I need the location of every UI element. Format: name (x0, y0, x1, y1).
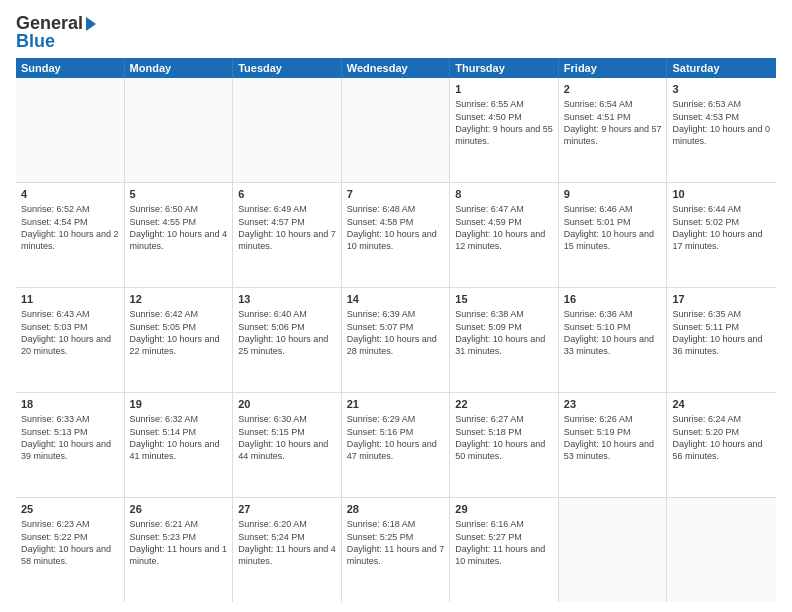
day-info: Daylight: 9 hours and 57 minutes. (564, 123, 662, 147)
day-number: 10 (672, 187, 771, 202)
day-info: Sunset: 5:06 PM (238, 321, 336, 333)
day-number: 15 (455, 292, 553, 307)
day-number: 25 (21, 502, 119, 517)
day-number: 9 (564, 187, 662, 202)
day-info: Daylight: 11 hours and 1 minute. (130, 543, 228, 567)
day-number: 4 (21, 187, 119, 202)
day-info: Daylight: 10 hours and 47 minutes. (347, 438, 445, 462)
day-info: Sunset: 4:59 PM (455, 216, 553, 228)
day-info: Sunrise: 6:18 AM (347, 518, 445, 530)
day-info: Sunset: 5:16 PM (347, 426, 445, 438)
day-info: Daylight: 10 hours and 15 minutes. (564, 228, 662, 252)
header-day-wednesday: Wednesday (342, 58, 451, 78)
day-info: Daylight: 10 hours and 31 minutes. (455, 333, 553, 357)
header: General Blue (16, 14, 776, 50)
day-info: Sunset: 4:55 PM (130, 216, 228, 228)
day-info: Sunrise: 6:16 AM (455, 518, 553, 530)
calendar-cell-0-0 (16, 78, 125, 182)
day-info: Sunrise: 6:30 AM (238, 413, 336, 425)
calendar-week-5: 25Sunrise: 6:23 AMSunset: 5:22 PMDayligh… (16, 498, 776, 602)
day-info: Daylight: 9 hours and 55 minutes. (455, 123, 553, 147)
day-info: Sunset: 5:24 PM (238, 531, 336, 543)
day-info: Sunset: 4:51 PM (564, 111, 662, 123)
day-info: Sunrise: 6:47 AM (455, 203, 553, 215)
day-info: Sunset: 5:05 PM (130, 321, 228, 333)
day-number: 5 (130, 187, 228, 202)
day-info: Daylight: 10 hours and 20 minutes. (21, 333, 119, 357)
day-info: Sunrise: 6:38 AM (455, 308, 553, 320)
day-info: Sunset: 4:58 PM (347, 216, 445, 228)
day-number: 7 (347, 187, 445, 202)
day-info: Daylight: 10 hours and 25 minutes. (238, 333, 336, 357)
day-info: Sunrise: 6:20 AM (238, 518, 336, 530)
day-info: Sunrise: 6:48 AM (347, 203, 445, 215)
day-info: Sunset: 4:53 PM (672, 111, 771, 123)
day-info: Sunset: 5:01 PM (564, 216, 662, 228)
day-info: Daylight: 10 hours and 28 minutes. (347, 333, 445, 357)
header-day-sunday: Sunday (16, 58, 125, 78)
calendar-cell-2-3: 14Sunrise: 6:39 AMSunset: 5:07 PMDayligh… (342, 288, 451, 392)
day-info: Daylight: 10 hours and 41 minutes. (130, 438, 228, 462)
calendar-cell-4-2: 27Sunrise: 6:20 AMSunset: 5:24 PMDayligh… (233, 498, 342, 602)
calendar-cell-1-6: 10Sunrise: 6:44 AMSunset: 5:02 PMDayligh… (667, 183, 776, 287)
day-info: Sunset: 5:03 PM (21, 321, 119, 333)
day-info: Sunset: 5:22 PM (21, 531, 119, 543)
calendar-cell-2-4: 15Sunrise: 6:38 AMSunset: 5:09 PMDayligh… (450, 288, 559, 392)
day-info: Sunrise: 6:35 AM (672, 308, 771, 320)
calendar-cell-4-3: 28Sunrise: 6:18 AMSunset: 5:25 PMDayligh… (342, 498, 451, 602)
day-number: 11 (21, 292, 119, 307)
day-number: 2 (564, 82, 662, 97)
calendar-cell-3-3: 21Sunrise: 6:29 AMSunset: 5:16 PMDayligh… (342, 393, 451, 497)
day-info: Daylight: 10 hours and 10 minutes. (347, 228, 445, 252)
calendar-cell-1-5: 9Sunrise: 6:46 AMSunset: 5:01 PMDaylight… (559, 183, 668, 287)
day-info: Sunrise: 6:42 AM (130, 308, 228, 320)
day-number: 3 (672, 82, 771, 97)
calendar: SundayMondayTuesdayWednesdayThursdayFrid… (16, 58, 776, 602)
day-number: 18 (21, 397, 119, 412)
day-info: Sunset: 5:13 PM (21, 426, 119, 438)
day-info: Daylight: 10 hours and 2 minutes. (21, 228, 119, 252)
calendar-cell-3-6: 24Sunrise: 6:24 AMSunset: 5:20 PMDayligh… (667, 393, 776, 497)
day-info: Sunrise: 6:53 AM (672, 98, 771, 110)
day-number: 28 (347, 502, 445, 517)
calendar-cell-4-1: 26Sunrise: 6:21 AMSunset: 5:23 PMDayligh… (125, 498, 234, 602)
calendar-week-3: 11Sunrise: 6:43 AMSunset: 5:03 PMDayligh… (16, 288, 776, 393)
calendar-cell-4-0: 25Sunrise: 6:23 AMSunset: 5:22 PMDayligh… (16, 498, 125, 602)
calendar-body: 1Sunrise: 6:55 AMSunset: 4:50 PMDaylight… (16, 78, 776, 602)
calendar-cell-4-5 (559, 498, 668, 602)
calendar-cell-0-6: 3Sunrise: 6:53 AMSunset: 4:53 PMDaylight… (667, 78, 776, 182)
calendar-cell-2-6: 17Sunrise: 6:35 AMSunset: 5:11 PMDayligh… (667, 288, 776, 392)
day-info: Sunrise: 6:52 AM (21, 203, 119, 215)
day-number: 17 (672, 292, 771, 307)
calendar-cell-1-2: 6Sunrise: 6:49 AMSunset: 4:57 PMDaylight… (233, 183, 342, 287)
day-number: 19 (130, 397, 228, 412)
calendar-cell-3-1: 19Sunrise: 6:32 AMSunset: 5:14 PMDayligh… (125, 393, 234, 497)
calendar-cell-0-4: 1Sunrise: 6:55 AMSunset: 4:50 PMDaylight… (450, 78, 559, 182)
day-info: Sunrise: 6:21 AM (130, 518, 228, 530)
day-number: 16 (564, 292, 662, 307)
day-number: 27 (238, 502, 336, 517)
day-number: 24 (672, 397, 771, 412)
day-info: Sunset: 5:25 PM (347, 531, 445, 543)
day-info: Sunset: 4:50 PM (455, 111, 553, 123)
calendar-cell-4-6 (667, 498, 776, 602)
day-info: Sunset: 5:14 PM (130, 426, 228, 438)
calendar-cell-3-2: 20Sunrise: 6:30 AMSunset: 5:15 PMDayligh… (233, 393, 342, 497)
day-number: 29 (455, 502, 553, 517)
calendar-week-2: 4Sunrise: 6:52 AMSunset: 4:54 PMDaylight… (16, 183, 776, 288)
day-number: 26 (130, 502, 228, 517)
day-info: Sunrise: 6:39 AM (347, 308, 445, 320)
day-info: Sunrise: 6:40 AM (238, 308, 336, 320)
calendar-cell-0-5: 2Sunrise: 6:54 AMSunset: 4:51 PMDaylight… (559, 78, 668, 182)
day-info: Sunset: 5:23 PM (130, 531, 228, 543)
calendar-cell-0-1 (125, 78, 234, 182)
day-info: Sunrise: 6:23 AM (21, 518, 119, 530)
header-day-thursday: Thursday (450, 58, 559, 78)
day-info: Daylight: 10 hours and 22 minutes. (130, 333, 228, 357)
day-info: Sunset: 5:07 PM (347, 321, 445, 333)
calendar-cell-0-3 (342, 78, 451, 182)
logo: General Blue (16, 14, 96, 50)
calendar-cell-1-3: 7Sunrise: 6:48 AMSunset: 4:58 PMDaylight… (342, 183, 451, 287)
day-info: Sunset: 5:15 PM (238, 426, 336, 438)
day-info: Sunset: 5:19 PM (564, 426, 662, 438)
